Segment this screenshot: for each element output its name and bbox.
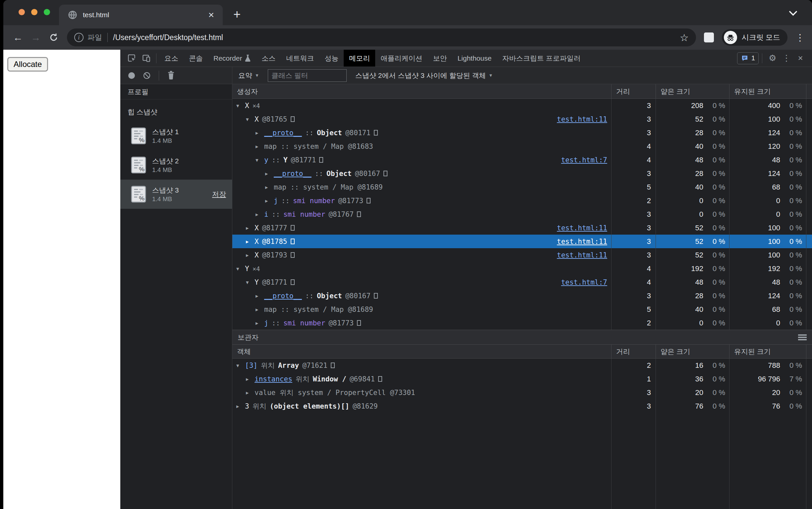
reveal-icon[interactable] xyxy=(291,116,295,122)
bookmark-star-icon[interactable]: ☆ xyxy=(680,32,689,43)
column-header-distance[interactable]: 거리 xyxy=(611,87,630,96)
reveal-icon[interactable] xyxy=(331,363,335,368)
settings-gear-icon[interactable]: ⚙ xyxy=(766,53,780,63)
minimize-window-button[interactable] xyxy=(31,9,37,15)
expand-arrow-icon[interactable]: ▶ xyxy=(236,404,245,409)
record-icon[interactable] xyxy=(128,72,135,79)
devtools-tab-애플리케이션[interactable]: 애플리케이션 xyxy=(375,50,428,67)
collapse-arrow-icon[interactable]: ▼ xyxy=(246,116,255,122)
address-bar[interactable]: i 파일 /Users/yceffort/Desktop/test.html ☆ xyxy=(67,29,696,46)
expand-arrow-icon[interactable]: ▶ xyxy=(256,307,264,312)
reveal-icon[interactable] xyxy=(319,157,323,163)
tree-row[interactable]: ▶map :: system / Map @816895400 %680 % xyxy=(232,303,812,316)
tree-row[interactable]: ▶X@81793test.html:113520 %1000 % xyxy=(232,248,812,262)
expand-arrow-icon[interactable]: ▶ xyxy=(256,320,264,326)
tree-row[interactable]: ▶3위치(object elements)[]@816293760 %760 % xyxy=(232,399,812,413)
reveal-icon[interactable] xyxy=(357,320,361,326)
chevron-down-icon[interactable] xyxy=(788,10,798,16)
snapshot-save-link[interactable]: 저장 xyxy=(212,190,226,199)
collapse-arrow-icon[interactable]: ▼ xyxy=(236,103,245,108)
devtools-tab-메모리[interactable]: 메모리 xyxy=(344,50,375,67)
tree-row[interactable]: ▶instances위치Window /@698411360 %96 7967 … xyxy=(232,372,812,386)
expand-arrow-icon[interactable]: ▶ xyxy=(256,130,264,136)
tree-row[interactable]: ▼X@81765test.html:113520 %1000 % xyxy=(232,112,812,126)
reveal-icon[interactable] xyxy=(291,252,295,258)
tree-row[interactable]: ▼Y×441920 %1920 % xyxy=(232,262,812,275)
tree-row[interactable]: ▼X×432080 %4000 % xyxy=(232,99,812,112)
address-url[interactable]: /Users/yceffort/Desktop/test.html xyxy=(113,33,680,42)
source-link[interactable]: test.html:7 xyxy=(558,156,607,164)
devtools-close-icon[interactable]: × xyxy=(793,53,807,63)
expand-arrow-icon[interactable]: ▶ xyxy=(246,225,255,231)
tree-row[interactable]: ▶value 위치 system / PropertyCell @7330132… xyxy=(232,386,812,399)
column-header-object[interactable]: 객체 xyxy=(232,345,611,358)
tree-row[interactable]: ▶j::smi number@81773200 %00 % xyxy=(232,194,812,207)
devtools-tab-성능[interactable]: 성능 xyxy=(319,50,344,67)
expand-arrow-icon[interactable]: ▶ xyxy=(246,390,255,395)
side-panel-icon[interactable] xyxy=(704,32,714,42)
expand-arrow-icon[interactable]: ▶ xyxy=(256,212,264,217)
forward-icon[interactable]: → xyxy=(29,32,43,43)
devtools-tab-Lighthouse[interactable]: Lighthouse xyxy=(452,50,497,67)
reveal-icon[interactable] xyxy=(291,225,295,231)
expand-arrow-icon[interactable]: ▶ xyxy=(265,198,274,203)
devtools-tab-자바스크립트 프로파일러[interactable]: 자바스크립트 프로파일러 xyxy=(497,50,586,67)
view-mode-dropdown[interactable]: 요약 ▼ xyxy=(238,71,259,80)
source-link[interactable]: test.html:11 xyxy=(553,238,607,245)
expand-arrow-icon[interactable]: ▶ xyxy=(265,184,274,190)
source-link[interactable]: test.html:11 xyxy=(553,115,607,123)
devtools-menu-kebab-icon[interactable]: ⋮ xyxy=(780,53,793,63)
tree-row[interactable]: ▶X@81785test.html:113520 %1000 % xyxy=(232,235,812,248)
tree-row[interactable]: ▼Y@81771test.html:74480 %480 % xyxy=(232,275,812,289)
expand-arrow-icon[interactable]: ▶ xyxy=(256,293,264,299)
close-window-button[interactable] xyxy=(19,9,25,15)
column-header-distance[interactable]: 거리 xyxy=(611,347,630,356)
reveal-icon[interactable] xyxy=(383,171,387,176)
back-icon[interactable]: ← xyxy=(11,32,25,43)
delete-icon[interactable] xyxy=(167,71,175,80)
reload-icon[interactable] xyxy=(46,32,61,42)
tree-row[interactable]: ▼[3]위치Array@716212160 %7880 % xyxy=(232,359,812,372)
column-header-retained[interactable]: 유지된 크기 xyxy=(730,347,771,356)
tree-row[interactable]: ▶map :: system / Map @816834400 %1200 % xyxy=(232,139,812,153)
info-icon[interactable]: i xyxy=(74,33,83,42)
column-header-shallow[interactable]: 얕은 크기 xyxy=(656,347,690,356)
tree-row[interactable]: ▶j::smi number@81773200 %00 % xyxy=(232,316,812,330)
browser-tab[interactable]: test.html × xyxy=(59,5,223,25)
source-link[interactable]: test.html:11 xyxy=(553,224,607,232)
expand-arrow-icon[interactable]: ▶ xyxy=(246,252,255,258)
zoom-window-button[interactable] xyxy=(44,9,50,15)
snapshot-item-스냅샷 3[interactable]: %스냅샷 31.4 MB저장 xyxy=(120,180,232,209)
tree-row[interactable]: ▶__proto__::Object@801713280 %1240 % xyxy=(232,126,812,139)
devtools-tab-보안[interactable]: 보안 xyxy=(428,50,452,67)
tab-close-icon[interactable]: × xyxy=(208,10,214,20)
column-header-constructor[interactable]: 생성자 xyxy=(232,84,611,98)
hamburger-icon[interactable] xyxy=(798,334,807,340)
tree-row[interactable]: ▶__proto__::Object@801673280 %1240 % xyxy=(232,289,812,303)
reveal-icon[interactable] xyxy=(357,211,361,217)
collapse-arrow-icon[interactable]: ▼ xyxy=(236,363,245,368)
snapshot-item-스냅샷 2[interactable]: %스냅샷 21.4 MB xyxy=(120,150,232,180)
reveal-icon[interactable] xyxy=(291,279,295,285)
tree-row[interactable]: ▶X@81777test.html:113520 %1000 % xyxy=(232,221,812,235)
devtools-tab-소스[interactable]: 소스 xyxy=(256,50,281,67)
expand-arrow-icon[interactable]: ▶ xyxy=(246,376,255,382)
snapshot-item-스냅샷 1[interactable]: %스냅샷 11.4 MB xyxy=(120,121,232,150)
issues-button[interactable]: 1 xyxy=(737,53,758,64)
snapshot-filter-dropdown[interactable]: 스냅샷 2에서 스냅샷 3 사이에 할당된 객체 ▼ xyxy=(355,71,493,80)
reveal-icon[interactable] xyxy=(367,198,371,203)
expand-arrow-icon[interactable]: ▶ xyxy=(246,239,255,244)
column-header-retained[interactable]: 유지된 크기 xyxy=(730,87,771,96)
tree-row[interactable]: ▶__proto__::Object@801673280 %1240 % xyxy=(232,167,812,180)
source-link[interactable]: test.html:11 xyxy=(553,251,607,259)
class-filter-input[interactable] xyxy=(268,69,347,82)
tree-row[interactable]: ▶i::smi number@81767300 %00 % xyxy=(232,207,812,221)
new-tab-button[interactable]: + xyxy=(233,7,241,22)
devtools-tab-Recorder[interactable]: Recorder xyxy=(208,50,256,67)
expand-arrow-icon[interactable]: ▶ xyxy=(265,171,274,176)
tree-row[interactable]: ▶map :: system / Map @816895400 %680 % xyxy=(232,180,812,194)
column-header-shallow[interactable]: 얕은 크기 xyxy=(656,87,690,96)
collapse-arrow-icon[interactable]: ▼ xyxy=(246,280,255,285)
device-toolbar-icon[interactable] xyxy=(139,54,154,63)
reveal-icon[interactable] xyxy=(374,293,378,299)
